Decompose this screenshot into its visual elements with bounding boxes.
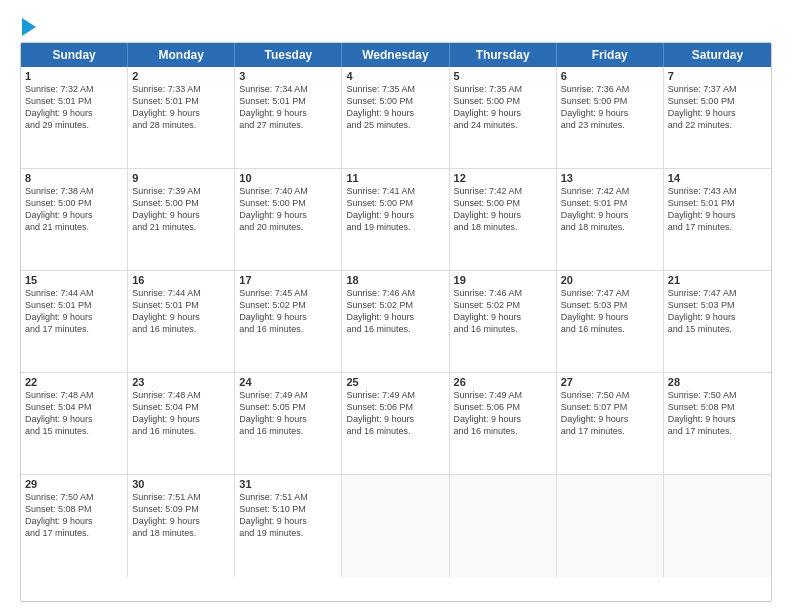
cell-info: Sunrise: 7:44 AMSunset: 5:01 PMDaylight:… bbox=[25, 287, 123, 336]
day-cell-16: 16Sunrise: 7:44 AMSunset: 5:01 PMDayligh… bbox=[128, 271, 235, 372]
day-cell-4: 4Sunrise: 7:35 AMSunset: 5:00 PMDaylight… bbox=[342, 67, 449, 168]
header bbox=[20, 18, 772, 34]
day-number: 25 bbox=[346, 376, 444, 388]
empty-cell bbox=[664, 475, 771, 577]
cell-info: Sunrise: 7:41 AMSunset: 5:00 PMDaylight:… bbox=[346, 185, 444, 234]
cell-info: Sunrise: 7:51 AMSunset: 5:10 PMDaylight:… bbox=[239, 491, 337, 540]
day-number: 30 bbox=[132, 478, 230, 490]
cell-info: Sunrise: 7:47 AMSunset: 5:03 PMDaylight:… bbox=[668, 287, 767, 336]
cell-info: Sunrise: 7:45 AMSunset: 5:02 PMDaylight:… bbox=[239, 287, 337, 336]
cell-info: Sunrise: 7:47 AMSunset: 5:03 PMDaylight:… bbox=[561, 287, 659, 336]
day-cell-21: 21Sunrise: 7:47 AMSunset: 5:03 PMDayligh… bbox=[664, 271, 771, 372]
logo-arrow-icon bbox=[22, 18, 36, 36]
day-cell-31: 31Sunrise: 7:51 AMSunset: 5:10 PMDayligh… bbox=[235, 475, 342, 577]
cell-info: Sunrise: 7:50 AMSunset: 5:07 PMDaylight:… bbox=[561, 389, 659, 438]
day-number: 7 bbox=[668, 70, 767, 82]
day-cell-20: 20Sunrise: 7:47 AMSunset: 5:03 PMDayligh… bbox=[557, 271, 664, 372]
day-cell-1: 1Sunrise: 7:32 AMSunset: 5:01 PMDaylight… bbox=[21, 67, 128, 168]
day-cell-28: 28Sunrise: 7:50 AMSunset: 5:08 PMDayligh… bbox=[664, 373, 771, 474]
day-cell-25: 25Sunrise: 7:49 AMSunset: 5:06 PMDayligh… bbox=[342, 373, 449, 474]
day-number: 16 bbox=[132, 274, 230, 286]
header-day-thursday: Thursday bbox=[450, 43, 557, 67]
logo bbox=[20, 18, 36, 34]
page: SundayMondayTuesdayWednesdayThursdayFrid… bbox=[0, 0, 792, 612]
cell-info: Sunrise: 7:39 AMSunset: 5:00 PMDaylight:… bbox=[132, 185, 230, 234]
logo-text bbox=[20, 18, 36, 34]
calendar-body: 1Sunrise: 7:32 AMSunset: 5:01 PMDaylight… bbox=[21, 67, 771, 577]
cell-info: Sunrise: 7:33 AMSunset: 5:01 PMDaylight:… bbox=[132, 83, 230, 132]
day-cell-19: 19Sunrise: 7:46 AMSunset: 5:02 PMDayligh… bbox=[450, 271, 557, 372]
cell-info: Sunrise: 7:34 AMSunset: 5:01 PMDaylight:… bbox=[239, 83, 337, 132]
calendar: SundayMondayTuesdayWednesdayThursdayFrid… bbox=[20, 42, 772, 602]
week-row-1: 1Sunrise: 7:32 AMSunset: 5:01 PMDaylight… bbox=[21, 67, 771, 169]
day-cell-27: 27Sunrise: 7:50 AMSunset: 5:07 PMDayligh… bbox=[557, 373, 664, 474]
day-cell-15: 15Sunrise: 7:44 AMSunset: 5:01 PMDayligh… bbox=[21, 271, 128, 372]
day-cell-3: 3Sunrise: 7:34 AMSunset: 5:01 PMDaylight… bbox=[235, 67, 342, 168]
day-cell-12: 12Sunrise: 7:42 AMSunset: 5:00 PMDayligh… bbox=[450, 169, 557, 270]
cell-info: Sunrise: 7:50 AMSunset: 5:08 PMDaylight:… bbox=[668, 389, 767, 438]
day-number: 26 bbox=[454, 376, 552, 388]
cell-info: Sunrise: 7:46 AMSunset: 5:02 PMDaylight:… bbox=[454, 287, 552, 336]
day-number: 23 bbox=[132, 376, 230, 388]
cell-info: Sunrise: 7:51 AMSunset: 5:09 PMDaylight:… bbox=[132, 491, 230, 540]
day-cell-11: 11Sunrise: 7:41 AMSunset: 5:00 PMDayligh… bbox=[342, 169, 449, 270]
header-day-tuesday: Tuesday bbox=[235, 43, 342, 67]
day-number: 5 bbox=[454, 70, 552, 82]
empty-cell bbox=[450, 475, 557, 577]
cell-info: Sunrise: 7:46 AMSunset: 5:02 PMDaylight:… bbox=[346, 287, 444, 336]
day-cell-18: 18Sunrise: 7:46 AMSunset: 5:02 PMDayligh… bbox=[342, 271, 449, 372]
cell-info: Sunrise: 7:40 AMSunset: 5:00 PMDaylight:… bbox=[239, 185, 337, 234]
day-number: 10 bbox=[239, 172, 337, 184]
day-number: 17 bbox=[239, 274, 337, 286]
day-number: 6 bbox=[561, 70, 659, 82]
day-cell-6: 6Sunrise: 7:36 AMSunset: 5:00 PMDaylight… bbox=[557, 67, 664, 168]
empty-cell bbox=[342, 475, 449, 577]
day-number: 9 bbox=[132, 172, 230, 184]
day-number: 8 bbox=[25, 172, 123, 184]
day-number: 4 bbox=[346, 70, 444, 82]
cell-info: Sunrise: 7:32 AMSunset: 5:01 PMDaylight:… bbox=[25, 83, 123, 132]
day-cell-10: 10Sunrise: 7:40 AMSunset: 5:00 PMDayligh… bbox=[235, 169, 342, 270]
cell-info: Sunrise: 7:36 AMSunset: 5:00 PMDaylight:… bbox=[561, 83, 659, 132]
day-number: 2 bbox=[132, 70, 230, 82]
day-cell-24: 24Sunrise: 7:49 AMSunset: 5:05 PMDayligh… bbox=[235, 373, 342, 474]
cell-info: Sunrise: 7:49 AMSunset: 5:06 PMDaylight:… bbox=[346, 389, 444, 438]
header-day-monday: Monday bbox=[128, 43, 235, 67]
week-row-2: 8Sunrise: 7:38 AMSunset: 5:00 PMDaylight… bbox=[21, 169, 771, 271]
cell-info: Sunrise: 7:42 AMSunset: 5:00 PMDaylight:… bbox=[454, 185, 552, 234]
cell-info: Sunrise: 7:35 AMSunset: 5:00 PMDaylight:… bbox=[346, 83, 444, 132]
cell-info: Sunrise: 7:50 AMSunset: 5:08 PMDaylight:… bbox=[25, 491, 123, 540]
day-number: 15 bbox=[25, 274, 123, 286]
cell-info: Sunrise: 7:37 AMSunset: 5:00 PMDaylight:… bbox=[668, 83, 767, 132]
day-number: 12 bbox=[454, 172, 552, 184]
cell-info: Sunrise: 7:35 AMSunset: 5:00 PMDaylight:… bbox=[454, 83, 552, 132]
cell-info: Sunrise: 7:48 AMSunset: 5:04 PMDaylight:… bbox=[25, 389, 123, 438]
day-cell-26: 26Sunrise: 7:49 AMSunset: 5:06 PMDayligh… bbox=[450, 373, 557, 474]
day-number: 1 bbox=[25, 70, 123, 82]
day-cell-13: 13Sunrise: 7:42 AMSunset: 5:01 PMDayligh… bbox=[557, 169, 664, 270]
day-number: 20 bbox=[561, 274, 659, 286]
day-number: 11 bbox=[346, 172, 444, 184]
day-number: 3 bbox=[239, 70, 337, 82]
day-cell-9: 9Sunrise: 7:39 AMSunset: 5:00 PMDaylight… bbox=[128, 169, 235, 270]
day-number: 13 bbox=[561, 172, 659, 184]
day-number: 28 bbox=[668, 376, 767, 388]
day-number: 19 bbox=[454, 274, 552, 286]
cell-info: Sunrise: 7:49 AMSunset: 5:06 PMDaylight:… bbox=[454, 389, 552, 438]
header-day-saturday: Saturday bbox=[664, 43, 771, 67]
day-cell-30: 30Sunrise: 7:51 AMSunset: 5:09 PMDayligh… bbox=[128, 475, 235, 577]
week-row-4: 22Sunrise: 7:48 AMSunset: 5:04 PMDayligh… bbox=[21, 373, 771, 475]
cell-info: Sunrise: 7:38 AMSunset: 5:00 PMDaylight:… bbox=[25, 185, 123, 234]
week-row-5: 29Sunrise: 7:50 AMSunset: 5:08 PMDayligh… bbox=[21, 475, 771, 577]
header-day-wednesday: Wednesday bbox=[342, 43, 449, 67]
day-cell-29: 29Sunrise: 7:50 AMSunset: 5:08 PMDayligh… bbox=[21, 475, 128, 577]
header-day-sunday: Sunday bbox=[21, 43, 128, 67]
header-day-friday: Friday bbox=[557, 43, 664, 67]
cell-info: Sunrise: 7:49 AMSunset: 5:05 PMDaylight:… bbox=[239, 389, 337, 438]
day-cell-2: 2Sunrise: 7:33 AMSunset: 5:01 PMDaylight… bbox=[128, 67, 235, 168]
day-cell-23: 23Sunrise: 7:48 AMSunset: 5:04 PMDayligh… bbox=[128, 373, 235, 474]
day-cell-8: 8Sunrise: 7:38 AMSunset: 5:00 PMDaylight… bbox=[21, 169, 128, 270]
day-number: 31 bbox=[239, 478, 337, 490]
cell-info: Sunrise: 7:42 AMSunset: 5:01 PMDaylight:… bbox=[561, 185, 659, 234]
week-row-3: 15Sunrise: 7:44 AMSunset: 5:01 PMDayligh… bbox=[21, 271, 771, 373]
